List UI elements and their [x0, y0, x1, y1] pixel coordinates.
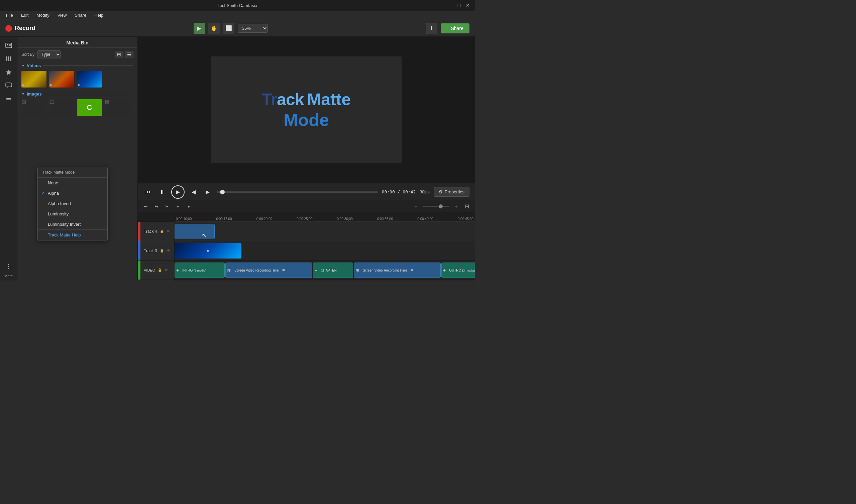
menu-share[interactable]: Share [71, 12, 90, 19]
menu-modify[interactable]: Modify [33, 12, 52, 19]
grid-view-button[interactable]: ⊞ [115, 51, 123, 58]
video-track-eye[interactable]: 👁 [164, 268, 169, 273]
next-button[interactable]: ▶ [203, 187, 213, 197]
videos-divider [43, 66, 133, 66]
media-bin-icon-btn[interactable] [2, 39, 15, 51]
track-3-row: n [174, 241, 475, 260]
track-settings-button[interactable]: ▾ [185, 202, 193, 211]
media-bin-panel: Media Bin Sort By Type Name Date ⊞ ☰ ▼ V… [17, 37, 138, 281]
track-4-eye[interactable]: 👁 [166, 229, 171, 234]
svg-rect-0 [6, 43, 12, 48]
preview-area: Track Matte Mode ⏮ ⏸ ▶ ◀ ▶ 00:00 / 00:42 [138, 37, 475, 281]
rewind-button[interactable]: ⏮ [143, 187, 153, 197]
dropdown-none[interactable]: None [38, 178, 107, 188]
videos-section-header[interactable]: ▼ Videos [21, 63, 133, 68]
ruler-tick-6: 0:00:40;00 [417, 217, 433, 221]
video-thumb-2[interactable]: ▶ [49, 71, 74, 88]
camtasia-logo: C [87, 103, 92, 112]
back-frame-button[interactable]: ⏸ [157, 187, 167, 197]
prev-button[interactable]: ◀ [189, 187, 199, 197]
track-3-clip-label: n [205, 248, 211, 253]
maximize-button[interactable]: □ [456, 2, 462, 8]
images-section-header[interactable]: ▼ Images [21, 91, 133, 96]
track-4-lock[interactable]: 🔒 [159, 229, 165, 234]
video-seg-main-2[interactable]: ≋ Screen Video Recording Here ≡ [354, 263, 441, 278]
track-3-eye[interactable]: 👁 [166, 248, 171, 253]
sort-by-dropdown[interactable]: Type Name Date [37, 50, 61, 58]
video-thumb-3[interactable]: ▶ [77, 71, 102, 88]
image-thumb-2[interactable]: 🖼 [49, 99, 74, 116]
ruler-tick-1: 0:00:15;00 [216, 217, 232, 221]
ruler-ticks: 0:00:10;00 0:00:15;00 0:00:20;00 0:00:25… [174, 217, 475, 221]
videos-section-title: Videos [27, 63, 41, 68]
image-icon-2: 🖼 [49, 99, 54, 105]
more-label[interactable]: More [4, 274, 13, 278]
cut-button[interactable]: ✂ [163, 202, 171, 211]
menu-help[interactable]: Help [91, 12, 107, 19]
track-3-label: Track 3 🔒 👁 [138, 241, 174, 260]
window-controls[interactable]: — □ ✕ [447, 2, 471, 8]
play-button[interactable]: ▶ [171, 185, 185, 199]
callouts-icon-btn[interactable] [2, 79, 15, 91]
time-current: 00:00 [382, 190, 395, 194]
svg-rect-1 [7, 44, 8, 46]
video-track-lock[interactable]: 🔒 [157, 268, 162, 273]
zoom-dropdown[interactable]: 35% 50% 75% 100% [238, 24, 268, 33]
hand-tool-button[interactable]: ✋ [208, 23, 220, 34]
zoom-slider[interactable] [423, 206, 449, 207]
properties-label: Properties [445, 190, 464, 194]
list-view-button[interactable]: ☰ [125, 51, 133, 58]
select-tool-button[interactable]: ▶ [194, 23, 205, 34]
video-track-controls: 🔒 👁 [157, 268, 169, 273]
share-button[interactable]: ↑ Share [441, 23, 469, 33]
zoom-slider-handle[interactable] [439, 204, 443, 209]
intro-label: INTRO (2 media) [180, 268, 208, 273]
timeline-ruler: 0:00:10;00 0:00:15;00 0:00:20;00 0:00:25… [174, 212, 475, 222]
minimize-button[interactable]: — [447, 2, 453, 8]
menu-edit[interactable]: Edit [18, 12, 32, 19]
dropdown-track-matte-help[interactable]: Track Matte Help [38, 230, 107, 240]
image-thumb-3[interactable]: C [77, 99, 102, 116]
effects-icon-btn[interactable] [2, 93, 15, 105]
library-icon-btn[interactable] [2, 53, 15, 65]
preview-text-track2: ack [277, 90, 304, 110]
record-button[interactable]: Record [5, 25, 35, 32]
menu-view[interactable]: View [54, 12, 70, 19]
menu-file[interactable]: File [3, 12, 16, 19]
more-icon-btn[interactable] [2, 260, 15, 272]
svg-point-11 [8, 264, 9, 265]
track-4-clip[interactable]: Track MatteMode ↖ [174, 224, 215, 239]
video-thumb-1[interactable]: ▶ [21, 71, 47, 88]
track-3-lock[interactable]: 🔒 [159, 248, 165, 253]
image-thumb-4[interactable]: 🖼 [105, 99, 130, 116]
crop-tool-button[interactable]: ⬜ [223, 23, 234, 34]
zoom-in-button[interactable]: + [452, 202, 460, 211]
download-button[interactable]: ⬇ [426, 23, 438, 34]
dropdown-alpha-invert[interactable]: Alpha Invert [38, 198, 107, 209]
close-button[interactable]: ✕ [465, 2, 471, 8]
dropdown-luminosity[interactable]: Luminosity [38, 209, 107, 219]
undo-button[interactable]: ↩ [142, 202, 150, 211]
video-seg-intro[interactable]: + INTRO (2 media) [174, 263, 225, 278]
track-3-clip[interactable]: n [174, 243, 241, 258]
image-thumb-1[interactable]: 🖼 [21, 99, 47, 116]
redo-button[interactable]: ↪ [153, 202, 160, 211]
videos-collapse-icon: ▼ [21, 64, 25, 68]
add-track-button[interactable]: + [174, 202, 182, 211]
zoom-out-button[interactable]: − [412, 202, 420, 211]
progress-handle[interactable] [220, 190, 225, 194]
video-seg-chapter[interactable]: + CHAPTER [313, 263, 353, 278]
grid-view-tl-button[interactable]: ⊞ [463, 202, 471, 211]
dropdown-luminosity-invert[interactable]: Luminosity Invert [38, 219, 107, 230]
video-seg-main-1[interactable]: ≋ Screen Video Recording Here ≡ [225, 263, 312, 278]
favorites-icon-btn[interactable] [2, 66, 15, 78]
properties-button[interactable]: ⚙ Properties [434, 187, 469, 197]
dropdown-alpha[interactable]: Alpha [38, 188, 107, 198]
images-divider [44, 94, 133, 94]
timeline-area: ↩ ↪ ✂ + ▾ − + ⊞ [138, 200, 475, 281]
svg-point-12 [8, 266, 9, 267]
progress-track[interactable] [217, 192, 378, 193]
images-collapse-icon: ▼ [21, 92, 25, 96]
video-seg-outro[interactable]: + OUTRO (3 media) [441, 263, 475, 278]
outro-plus-icon: + [443, 268, 446, 273]
